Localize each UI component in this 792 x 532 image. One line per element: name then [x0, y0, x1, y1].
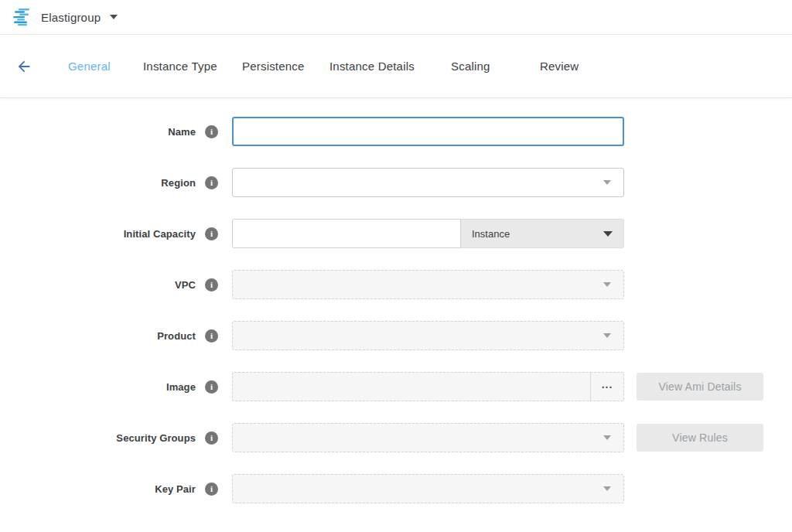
form-row-image: Image i ... View Ami Details	[0, 372, 792, 401]
image-info-icon[interactable]: i	[205, 380, 218, 394]
back-button[interactable]	[14, 56, 34, 77]
wizard-tab-bar: General Instance Type Persistence Instan…	[0, 35, 792, 98]
vpc-info-icon[interactable]: i	[205, 278, 218, 292]
form-row-vpc: VPC i	[0, 270, 792, 299]
wizard-tabs: General Instance Type Persistence Instan…	[68, 52, 602, 80]
capacity-unit-select[interactable]: Instance	[461, 219, 624, 248]
form-row-initial-capacity: Initial Capacity i Instance	[0, 219, 792, 248]
name-label: Name	[168, 126, 196, 138]
tab-instance-type[interactable]: Instance Type	[143, 52, 242, 80]
image-browse-button[interactable]: ...	[590, 372, 624, 401]
brand-menu[interactable]: Elastigroup	[12, 9, 118, 26]
chevron-down-icon	[603, 180, 611, 185]
security-groups-label: Security Groups	[116, 432, 196, 444]
chevron-down-icon	[603, 333, 611, 338]
security-groups-select	[232, 423, 624, 452]
chevron-down-icon	[603, 486, 611, 491]
region-label: Region	[161, 177, 196, 189]
form-row-security-groups: Security Groups i View Rules	[0, 423, 792, 452]
name-info-icon[interactable]: i	[205, 125, 218, 138]
form-row-product: Product i	[0, 321, 792, 350]
product-info-icon[interactable]: i	[205, 329, 218, 343]
name-input[interactable]	[232, 117, 624, 146]
tab-instance-details[interactable]: Instance Details	[329, 52, 451, 80]
product-select	[232, 321, 624, 350]
region-select[interactable]	[232, 168, 624, 197]
form-row-region: Region i	[0, 168, 792, 197]
view-rules-button[interactable]: View Rules	[637, 424, 763, 452]
vpc-select	[232, 270, 624, 299]
general-settings-form: Name i Region i Initial Capacity i Insta…	[0, 98, 792, 503]
product-label: Product	[157, 330, 196, 342]
key-pair-info-icon[interactable]: i	[205, 483, 218, 496]
chevron-down-icon	[110, 15, 118, 19]
tab-general[interactable]: General	[68, 52, 143, 80]
view-ami-details-button[interactable]: View Ami Details	[637, 373, 763, 401]
form-row-key-pair: Key Pair i	[0, 474, 792, 503]
top-bar: Elastigroup	[0, 0, 792, 35]
initial-capacity-input[interactable]	[232, 219, 461, 248]
form-row-name: Name i	[0, 117, 792, 146]
chevron-down-icon	[603, 282, 611, 287]
tab-scaling[interactable]: Scaling	[451, 52, 540, 80]
chevron-down-icon	[603, 435, 611, 440]
key-pair-label: Key Pair	[155, 483, 196, 495]
capacity-unit-value: Instance	[472, 228, 510, 240]
chevron-down-icon	[603, 231, 613, 237]
arrow-left-icon	[15, 58, 32, 75]
brand-name: Elastigroup	[41, 11, 101, 24]
key-pair-select	[232, 474, 624, 503]
initial-capacity-info-icon[interactable]: i	[205, 227, 218, 240]
elastigroup-logo-icon	[12, 9, 33, 26]
region-info-icon[interactable]: i	[205, 176, 218, 189]
initial-capacity-label: Initial Capacity	[124, 228, 196, 240]
tab-review[interactable]: Review	[540, 52, 602, 80]
tab-persistence[interactable]: Persistence	[242, 52, 329, 80]
security-groups-info-icon[interactable]: i	[205, 431, 218, 445]
vpc-label: VPC	[175, 279, 196, 291]
image-label: Image	[166, 381, 196, 393]
image-input	[232, 372, 590, 401]
